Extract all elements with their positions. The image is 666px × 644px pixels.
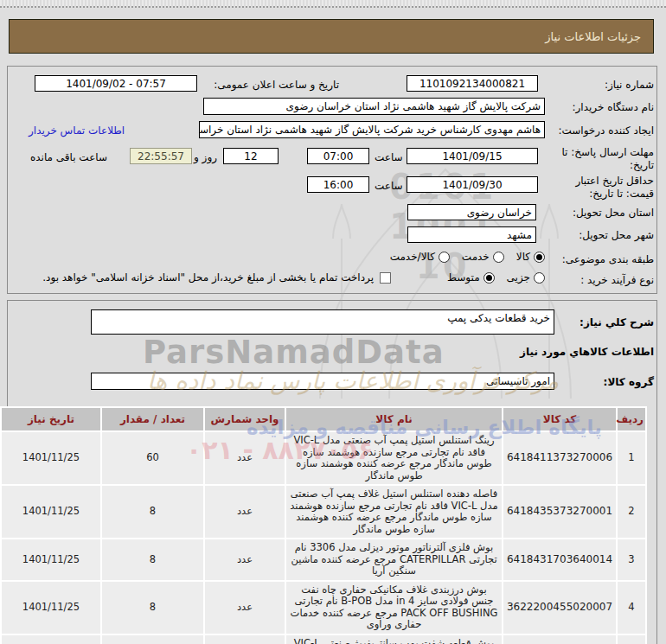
top-dotted-divider — [0, 6, 666, 8]
cell-item-code: 6418431703640014 — [503, 539, 617, 581]
radio-option-service[interactable]: خدمت — [462, 251, 504, 263]
cell-row-index: 3 — [617, 539, 646, 581]
table-row: 43622200455020007بوش درزبندی غلاف مکانیک… — [1, 581, 646, 634]
goods-group-field[interactable]: امور تاسیساتی — [91, 373, 554, 390]
cell-count-unit: عدد — [204, 634, 285, 644]
cell-row-index: 2 — [617, 485, 646, 539]
radio-label: کالا/خدمت — [390, 251, 435, 263]
items-table-body: 16418411373270006رینگ استنلس استیل پمپ آ… — [1, 431, 646, 644]
treasury-docs-checkbox-row: پرداخت تمام یا بخشی از مبلغ خرید،از محل … — [24, 271, 391, 284]
classification-radio-group: کالا خدمت کالا/خدمت — [359, 251, 545, 263]
items-section-heading: اطلاعات کالاهاي مورد نیاز — [520, 346, 654, 359]
table-row: 36418431703640014بوش فلزی آلترناتور موتو… — [1, 539, 646, 581]
radio-option-goods-service[interactable]: کالا/خدمت — [390, 251, 450, 263]
cell-quantity: 8 — [101, 539, 204, 581]
classification-label: طبقه بندی موضوعی: — [562, 253, 654, 266]
cell-need-date: 1401/11/25 — [1, 634, 101, 644]
header-need-date: تاریخ نیاز — [1, 407, 101, 431]
cell-quantity: 20 — [101, 634, 204, 644]
need-number-label: شماره نیاز: — [605, 79, 654, 92]
cell-quantity: 8 — [101, 485, 204, 539]
cell-need-date: 1401/11/25 — [1, 431, 101, 485]
cell-item-name: رینگ استنلس استیل پمپ آب صنعتی مدل VIC-L… — [285, 431, 503, 485]
header-item-name: نام کالا — [285, 407, 503, 431]
header-quantity: تعداد / مقدار — [101, 407, 204, 431]
header-count-unit: واحد شمارش — [204, 407, 285, 431]
table-row: 56418431916320001بوش قطعه شفت پمپ سانتری… — [1, 634, 646, 644]
need-description-field[interactable]: خرید قطعات یدکی پمپ — [91, 309, 554, 335]
cell-quantity: 8 — [101, 581, 204, 634]
radio-option-medium[interactable]: متوسط — [447, 271, 495, 284]
top-texture — [0, 0, 666, 6]
deadline-hour-label: ساعت — [375, 151, 403, 164]
radio-icon[interactable] — [439, 252, 450, 263]
radio-option-goods[interactable]: کالا — [516, 251, 545, 263]
cell-row-index: 1 — [617, 431, 646, 485]
validity-date-field[interactable]: 1401/09/30 — [407, 176, 538, 193]
table-row: 16418411373270006رینگ استنلس استیل پمپ آ… — [1, 431, 646, 485]
radio-icon[interactable] — [483, 272, 495, 284]
cell-item-code: 3622200455020007 — [503, 581, 617, 634]
validity-hour-label: ساعت — [375, 180, 403, 193]
radio-icon[interactable] — [493, 252, 504, 263]
cell-item-name: فاصله دهنده استنلس استیل غلاف پمپ آب صنع… — [285, 485, 503, 539]
request-creator-field[interactable]: هاشم مهدوی کارشناس خرید شرکت پالایش گاز … — [199, 121, 545, 138]
cell-need-date: 1401/11/25 — [1, 485, 101, 539]
cell-item-code: 6418431916320001 — [503, 634, 617, 644]
radio-icon[interactable] — [534, 252, 545, 263]
cell-count-unit: عدد — [204, 485, 285, 539]
delivery-province-label: استان محل تحویل: — [573, 207, 654, 220]
table-row: 26418435373270001فاصله دهنده استنلس استی… — [1, 485, 646, 539]
price-validity-label: حداقل تاریخ اعتبار قیمت: تا تاریخ: — [552, 175, 654, 201]
items-table-wrap: ردیف کد کالا نام کالا واحد شمارش تعداد /… — [24, 406, 647, 644]
cell-count-unit: عدد — [204, 581, 285, 634]
page-title: جزئیات اطلاعات نیاز — [545, 30, 641, 43]
countdown-timer: 22:55:57 — [130, 148, 192, 164]
radio-option-partial[interactable]: جزیی — [507, 271, 545, 284]
process-type-label: نوع فرآیند خرید : — [580, 274, 654, 287]
cell-count-unit: عدد — [204, 431, 285, 485]
cell-item-name: بوش قطعه شفت پمپ سانتریفیوژ صنعتی VIC-L … — [285, 634, 503, 644]
cell-item-code: 6418435373270001 — [503, 485, 617, 539]
cell-item-name: بوش فلزی آلترناتور موتور دیزلی مدل 3306 … — [285, 539, 503, 581]
treasury-docs-checkbox[interactable] — [380, 272, 391, 284]
hours-remaining-label: ساعت باقی مانده — [30, 151, 107, 164]
page: جزئیات اطلاعات نیاز 0101 1001 10 شماره ن… — [0, 0, 666, 644]
cell-quantity: 60 — [101, 431, 204, 485]
goods-group-label: گروه کالا: — [604, 376, 654, 389]
response-deadline-label: مهلت ارسال پاسخ: تا تاریخ: — [552, 146, 654, 172]
radio-label: متوسط — [447, 271, 480, 284]
cell-need-date: 1401/11/25 — [1, 581, 101, 634]
buyer-org-label: نام دستگاه خریدار: — [573, 101, 655, 114]
items-table: ردیف کد کالا نام کالا واحد شمارش تعداد /… — [0, 406, 647, 644]
table-header-row: ردیف کد کالا نام کالا واحد شمارش تعداد /… — [1, 407, 646, 431]
announce-datetime-label: تاریخ و ساعت اعلان عمومی: — [214, 79, 339, 92]
cell-row-index: 4 — [617, 581, 646, 634]
request-creator-label: ایجاد کننده درخواست: — [558, 124, 654, 137]
cell-count-unit: عدد — [204, 539, 285, 581]
radio-icon[interactable] — [534, 272, 545, 284]
cell-item-code: 6418411373270006 — [503, 431, 617, 485]
validity-time-field[interactable]: 16:00 — [307, 176, 369, 193]
delivery-city-field[interactable]: مشهد — [407, 226, 536, 243]
page-title-bar: جزئیات اطلاعات نیاز — [9, 19, 654, 54]
remaining-days-field[interactable]: 12 — [223, 148, 279, 164]
need-number-field[interactable]: 1101092134000821 — [407, 75, 538, 92]
days-and-label: روز و — [194, 151, 217, 164]
buyer-org-field[interactable]: شرکت پالایش گاز شهید هاشمی نژاد استان خر… — [203, 98, 545, 115]
buyer-contact-link[interactable]: اطلاعات تماس خریدار — [29, 124, 125, 137]
announce-datetime-field[interactable]: 1401/09/02 - 07:57 — [35, 75, 197, 92]
radio-label: جزیی — [507, 271, 530, 284]
cell-need-date: 1401/11/25 — [1, 539, 101, 581]
need-description-label: شرح کلي نیاز: — [580, 316, 654, 329]
process-type-radio-group: جزیی متوسط — [396, 271, 545, 284]
radio-label: کالا — [516, 251, 530, 263]
cell-item-name: بوش درزبندی غلاف مکانیکی حفاری چاه نفت ج… — [285, 581, 503, 634]
header-item-code: کد کالا — [503, 407, 617, 431]
deadline-date-field[interactable]: 1401/09/15 — [407, 148, 538, 164]
delivery-city-label: شهر محل تحویل: — [579, 229, 654, 242]
treasury-docs-label: پرداخت تمام یا بخشی از مبلغ خرید،از محل … — [42, 271, 374, 284]
delivery-province-field[interactable]: خراسان رضوی — [407, 204, 536, 220]
deadline-time-field[interactable]: 07:00 — [307, 148, 369, 164]
radio-label: خدمت — [462, 251, 490, 263]
